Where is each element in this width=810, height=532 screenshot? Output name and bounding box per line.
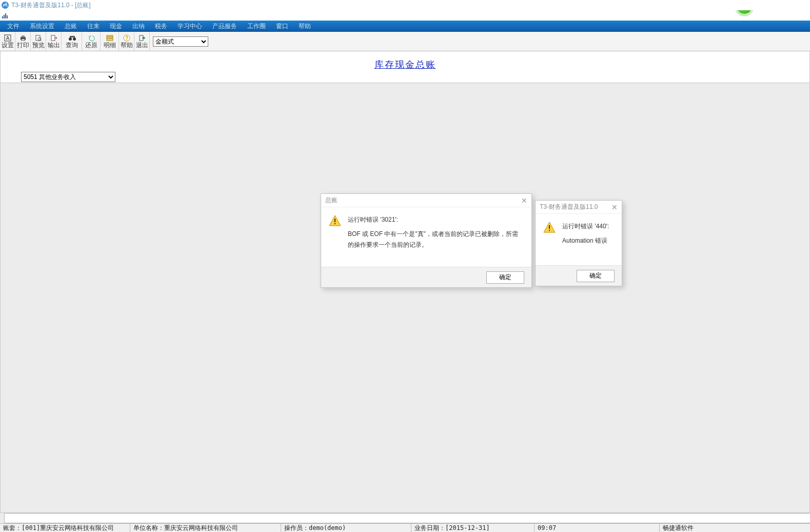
dialog-heading: 运行时错误 '3021': [348, 214, 523, 225]
letter-a-icon: A [4, 34, 12, 42]
svg-rect-25 [549, 225, 550, 229]
svg-text:?: ? [125, 35, 128, 41]
status-account-set: 账套：[001]重庆安云网络科技有限公司 [0, 524, 130, 532]
menu-cash[interactable]: 现金 [105, 21, 127, 31]
printer-icon [19, 34, 27, 42]
svg-rect-26 [549, 230, 550, 231]
toolbar-detail-button[interactable]: 明细 [101, 32, 119, 51]
account-combo[interactable]: 5051 其他业务收入 [21, 72, 115, 82]
menu-learn[interactable]: 学习中心 [172, 21, 207, 31]
menu-ledger[interactable]: 总账 [60, 21, 82, 31]
svg-line-12 [41, 40, 42, 41]
dialog-message: 运行时错误 '3021': BOF 或 EOF 中有一个是"真"，或者当前的记录… [348, 214, 523, 262]
svg-rect-16 [70, 36, 75, 37]
svg-rect-3 [5, 13, 6, 18]
window-titlebar: T3-财务通普及版11.0 - [总账] [0, 0, 810, 10]
svg-rect-8 [22, 35, 25, 37]
svg-point-15 [73, 37, 76, 41]
menu-window[interactable]: 窗口 [271, 21, 293, 31]
warning-icon [543, 221, 556, 234]
bottom-input-strip[interactable] [4, 513, 810, 523]
window-title: T3-财务通普及版11.0 - [总账] [11, 1, 91, 10]
dialog-title: 总账 [325, 196, 338, 205]
menu-tax[interactable]: 税务 [150, 21, 172, 31]
toolbar-format-combo[interactable]: 金额式 [153, 36, 208, 47]
page-title[interactable]: 库存现金总账 [1, 58, 809, 71]
dialog-body-text: Automation 错误 [562, 235, 609, 246]
error-dialog-440: T3-财务通普及版11.0 ✕ 运行时错误 '440': Automation … [535, 200, 622, 286]
status-business-date: 业务日期：[2015-12-31] [411, 524, 535, 532]
svg-rect-23 [334, 219, 335, 222]
svg-rect-13 [51, 35, 55, 41]
detail-icon [106, 34, 114, 42]
menu-settings[interactable]: 系统设置 [25, 21, 60, 31]
status-time: 09:07 [535, 524, 660, 532]
close-icon[interactable]: ✕ [611, 203, 618, 211]
export-icon [50, 34, 58, 42]
content-header: 库存现金总账 5051 其他业务收入 [1, 51, 809, 83]
svg-text:A: A [6, 35, 9, 41]
toolbar-help-button[interactable]: ? 帮助 [119, 32, 134, 51]
svg-rect-17 [107, 35, 113, 41]
status-operator: 操作员：demo(demo) [281, 524, 411, 532]
toolbar-preview-button[interactable]: 预览 [31, 32, 46, 51]
menu-cashier[interactable]: 出纳 [127, 21, 150, 31]
menu-ar-ap[interactable]: 往来 [82, 21, 105, 31]
svg-rect-2 [4, 15, 5, 18]
ok-button[interactable]: 确定 [577, 270, 615, 282]
svg-rect-1 [2, 16, 3, 18]
exit-icon [138, 34, 146, 42]
help-icon: ? [123, 34, 131, 42]
preview-icon [34, 34, 43, 42]
content-area: 库存现金总账 5051 其他业务收入 总账 ✕ 运行时错误 '3021': BO… [0, 51, 810, 513]
toolbar-export-button[interactable]: 输出 [46, 32, 62, 51]
toolbar-print-button[interactable]: 打印 [15, 32, 31, 51]
restore-icon [87, 34, 95, 42]
main-toolbar: A 设置 打印 预览 输出 查询 还原 明细 ? 帮助 退出 金额式 [0, 32, 810, 51]
toolbar-exit-button[interactable]: 退出 [134, 32, 150, 51]
dialog-message: 运行时错误 '440': Automation 错误 [562, 221, 609, 260]
toolbar-settings-button[interactable]: A 设置 [0, 32, 15, 51]
toolbar-restore-button[interactable]: 还原 [82, 32, 101, 51]
svg-rect-4 [7, 15, 8, 18]
toolbar-query-button[interactable]: 查询 [62, 32, 82, 51]
mdi-icon-strip [0, 10, 810, 21]
error-dialog-3021: 总账 ✕ 运行时错误 '3021': BOF 或 EOF 中有一个是"真"，或者… [321, 193, 532, 288]
ok-button[interactable]: 确定 [486, 271, 524, 284]
warning-icon [328, 214, 342, 228]
mdi-child-icon [1, 11, 9, 19]
status-company: 单位名称：重庆安云网络科技有限公司 [130, 524, 281, 532]
status-bar: 账套：[001]重庆安云网络科技有限公司 单位名称：重庆安云网络科技有限公司 操… [0, 523, 810, 532]
app-icon [1, 1, 9, 9]
menu-help[interactable]: 帮助 [293, 21, 316, 31]
main-menu-bar: 文件 系统设置 总账 往来 现金 出纳 税务 学习中心 产品服务 工作圈 窗口 … [0, 21, 810, 32]
binoculars-icon [68, 34, 76, 42]
dialog-heading: 运行时错误 '440': [562, 221, 609, 231]
svg-rect-9 [22, 39, 25, 41]
menu-product[interactable]: 产品服务 [207, 21, 242, 31]
dialog-title: T3-财务通普及版11.0 [540, 203, 598, 211]
svg-point-14 [69, 37, 72, 41]
svg-rect-24 [334, 223, 335, 224]
dialog-body-text: BOF 或 EOF 中有一个是"真"，或者当前的记录已被删除，所需的操作要求一个… [348, 229, 523, 250]
close-icon[interactable]: ✕ [521, 196, 527, 205]
menu-file[interactable]: 文件 [2, 21, 25, 31]
status-brand: 畅捷通软件 [660, 524, 810, 532]
menu-workzone[interactable]: 工作圈 [242, 21, 271, 31]
